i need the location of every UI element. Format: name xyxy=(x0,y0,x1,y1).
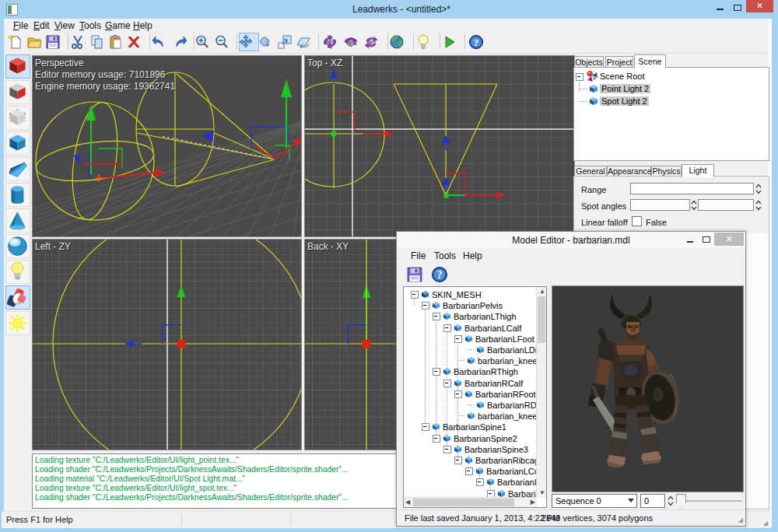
svg-text:?: ? xyxy=(436,268,442,281)
svg-text:?: ? xyxy=(474,37,479,48)
